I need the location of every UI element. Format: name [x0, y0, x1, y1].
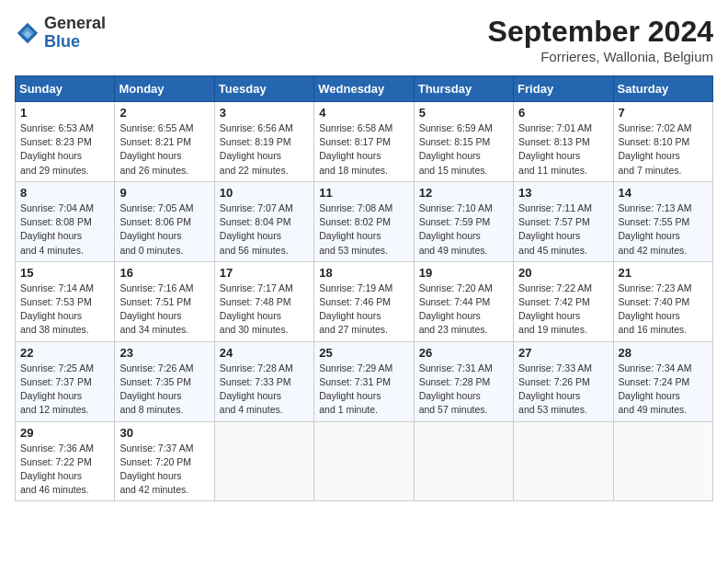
day-info: Sunrise: 7:33 AMSunset: 7:26 PMDaylight … [518, 362, 608, 418]
calendar-cell [514, 421, 613, 501]
weekday-header-tuesday: Tuesday [214, 76, 313, 102]
day-info: Sunrise: 7:23 AMSunset: 7:40 PMDaylight … [619, 282, 708, 338]
logo: General Blue [15, 15, 106, 52]
calendar-cell: 3Sunrise: 6:56 AMSunset: 8:19 PMDaylight… [214, 102, 313, 182]
weekday-header-monday: Monday [115, 76, 214, 102]
day-info: Sunrise: 7:08 AMSunset: 8:02 PMDaylight … [319, 201, 408, 258]
calendar-cell: 4Sunrise: 6:58 AMSunset: 8:17 PMDaylight… [314, 102, 414, 182]
day-number: 24 [220, 346, 309, 360]
day-info: Sunrise: 6:56 AMSunset: 8:19 PMDaylight … [220, 121, 309, 178]
calendar-cell: 12Sunrise: 7:10 AMSunset: 7:59 PMDayligh… [414, 181, 513, 261]
page-header: General Blue September 2024 Forrieres, W… [15, 15, 713, 64]
calendar-cell: 27Sunrise: 7:33 AMSunset: 7:26 PMDayligh… [514, 341, 613, 421]
calendar-cell: 5Sunrise: 6:59 AMSunset: 8:15 PMDaylight… [414, 102, 513, 182]
calendar-week-row: 15Sunrise: 7:14 AMSunset: 7:53 PMDayligh… [16, 261, 713, 341]
day-info: Sunrise: 7:29 AMSunset: 7:31 PMDaylight … [319, 362, 408, 418]
calendar-cell [613, 421, 712, 501]
calendar-cell: 19Sunrise: 7:20 AMSunset: 7:44 PMDayligh… [414, 261, 513, 341]
calendar-week-row: 22Sunrise: 7:25 AMSunset: 7:37 PMDayligh… [16, 341, 713, 421]
calendar-week-row: 29Sunrise: 7:36 AMSunset: 7:22 PMDayligh… [16, 421, 713, 501]
calendar-cell [414, 421, 513, 501]
calendar-cell: 15Sunrise: 7:14 AMSunset: 7:53 PMDayligh… [16, 261, 115, 341]
month-title: September 2024 [488, 15, 713, 49]
calendar-cell: 14Sunrise: 7:13 AMSunset: 7:55 PMDayligh… [613, 181, 712, 261]
day-number: 2 [119, 106, 209, 120]
day-info: Sunrise: 7:25 AMSunset: 7:37 PMDaylight … [20, 362, 109, 418]
calendar-cell: 18Sunrise: 7:19 AMSunset: 7:46 PMDayligh… [314, 261, 414, 341]
day-info: Sunrise: 7:02 AMSunset: 8:10 PMDaylight … [619, 121, 708, 178]
day-number: 17 [220, 266, 309, 280]
calendar-cell: 6Sunrise: 7:01 AMSunset: 8:13 PMDaylight… [514, 102, 613, 182]
calendar-cell: 23Sunrise: 7:26 AMSunset: 7:35 PMDayligh… [115, 341, 214, 421]
day-number: 12 [419, 186, 508, 200]
day-number: 29 [20, 426, 109, 440]
day-info: Sunrise: 6:55 AMSunset: 8:21 PMDaylight … [119, 121, 209, 178]
calendar-cell: 30Sunrise: 7:37 AMSunset: 7:20 PMDayligh… [115, 421, 214, 501]
day-info: Sunrise: 7:01 AMSunset: 8:13 PMDaylight … [518, 121, 608, 178]
day-number: 4 [319, 106, 408, 120]
weekday-header-friday: Friday [514, 76, 613, 102]
calendar-cell: 8Sunrise: 7:04 AMSunset: 8:08 PMDaylight… [16, 181, 115, 261]
day-number: 26 [419, 346, 508, 360]
day-info: Sunrise: 7:34 AMSunset: 7:24 PMDaylight … [619, 362, 708, 418]
title-block: September 2024 Forrieres, Wallonia, Belg… [488, 15, 713, 64]
day-info: Sunrise: 7:22 AMSunset: 7:42 PMDaylight … [518, 282, 608, 338]
calendar-cell: 17Sunrise: 7:17 AMSunset: 7:48 PMDayligh… [214, 261, 313, 341]
day-number: 3 [220, 106, 309, 120]
day-number: 14 [619, 186, 708, 200]
day-number: 20 [518, 266, 608, 280]
calendar-cell: 21Sunrise: 7:23 AMSunset: 7:40 PMDayligh… [613, 261, 712, 341]
calendar-cell: 10Sunrise: 7:07 AMSunset: 8:04 PMDayligh… [214, 181, 313, 261]
day-number: 28 [619, 346, 708, 360]
weekday-header-sunday: Sunday [16, 76, 115, 102]
weekday-header-wednesday: Wednesday [314, 76, 414, 102]
day-info: Sunrise: 7:19 AMSunset: 7:46 PMDaylight … [319, 282, 408, 338]
day-number: 22 [20, 346, 109, 360]
calendar-cell: 11Sunrise: 7:08 AMSunset: 8:02 PMDayligh… [314, 181, 414, 261]
day-info: Sunrise: 7:17 AMSunset: 7:48 PMDaylight … [220, 282, 309, 338]
day-info: Sunrise: 7:20 AMSunset: 7:44 PMDaylight … [419, 282, 508, 338]
day-info: Sunrise: 7:26 AMSunset: 7:35 PMDaylight … [119, 362, 209, 418]
calendar-cell: 24Sunrise: 7:28 AMSunset: 7:33 PMDayligh… [214, 341, 313, 421]
day-number: 19 [419, 266, 508, 280]
day-number: 25 [319, 346, 408, 360]
day-number: 23 [119, 346, 209, 360]
day-number: 9 [119, 186, 209, 200]
day-number: 16 [119, 266, 209, 280]
calendar-cell: 1Sunrise: 6:53 AMSunset: 8:23 PMDaylight… [16, 102, 115, 182]
location: Forrieres, Wallonia, Belgium [488, 49, 713, 64]
weekday-header-saturday: Saturday [613, 76, 712, 102]
calendar-cell: 9Sunrise: 7:05 AMSunset: 8:06 PMDaylight… [115, 181, 214, 261]
calendar-cell: 16Sunrise: 7:16 AMSunset: 7:51 PMDayligh… [115, 261, 214, 341]
day-info: Sunrise: 6:53 AMSunset: 8:23 PMDaylight … [20, 121, 109, 178]
day-number: 18 [319, 266, 408, 280]
calendar-cell: 7Sunrise: 7:02 AMSunset: 8:10 PMDaylight… [613, 102, 712, 182]
day-info: Sunrise: 7:36 AMSunset: 7:22 PMDaylight … [20, 442, 109, 498]
day-info: Sunrise: 7:11 AMSunset: 7:57 PMDaylight … [518, 201, 608, 258]
day-info: Sunrise: 7:14 AMSunset: 7:53 PMDaylight … [20, 282, 109, 338]
calendar-week-row: 8Sunrise: 7:04 AMSunset: 8:08 PMDaylight… [16, 181, 713, 261]
calendar-cell: 13Sunrise: 7:11 AMSunset: 7:57 PMDayligh… [514, 181, 613, 261]
calendar-cell: 2Sunrise: 6:55 AMSunset: 8:21 PMDaylight… [115, 102, 214, 182]
day-number: 1 [20, 106, 109, 120]
calendar-cell: 20Sunrise: 7:22 AMSunset: 7:42 PMDayligh… [514, 261, 613, 341]
day-number: 13 [518, 186, 608, 200]
day-number: 10 [220, 186, 309, 200]
day-info: Sunrise: 7:05 AMSunset: 8:06 PMDaylight … [119, 201, 209, 258]
day-info: Sunrise: 7:10 AMSunset: 7:59 PMDaylight … [419, 201, 508, 258]
calendar-table: SundayMondayTuesdayWednesdayThursdayFrid… [15, 75, 713, 501]
day-number: 30 [119, 426, 209, 440]
calendar-cell: 28Sunrise: 7:34 AMSunset: 7:24 PMDayligh… [613, 341, 712, 421]
day-info: Sunrise: 7:07 AMSunset: 8:04 PMDaylight … [220, 201, 309, 258]
day-number: 7 [619, 106, 708, 120]
weekday-header-thursday: Thursday [414, 76, 513, 102]
day-number: 11 [319, 186, 408, 200]
day-number: 21 [619, 266, 708, 280]
day-info: Sunrise: 6:58 AMSunset: 8:17 PMDaylight … [319, 121, 408, 178]
logo-icon [15, 20, 40, 46]
calendar-cell: 26Sunrise: 7:31 AMSunset: 7:28 PMDayligh… [414, 341, 513, 421]
day-info: Sunrise: 7:37 AMSunset: 7:20 PMDaylight … [119, 442, 209, 498]
calendar-cell: 25Sunrise: 7:29 AMSunset: 7:31 PMDayligh… [314, 341, 414, 421]
logo-text: General Blue [44, 15, 106, 52]
day-info: Sunrise: 7:16 AMSunset: 7:51 PMDaylight … [119, 282, 209, 338]
